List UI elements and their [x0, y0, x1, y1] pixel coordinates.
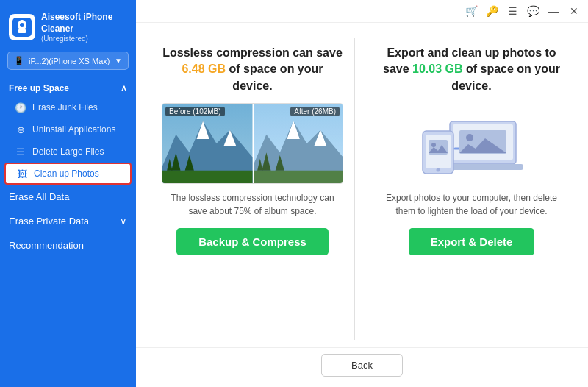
before-after-image: Before (102MB) After (26MB): [162, 103, 343, 184]
export-description: Export photos to your computer, then del…: [381, 191, 562, 218]
svg-rect-2: [18, 29, 26, 33]
before-label: Before (102MB): [165, 107, 225, 116]
cart-icon[interactable]: 🛒: [465, 4, 478, 18]
sidebar-item-recommendation[interactable]: Recommendation: [0, 233, 136, 258]
title-bar: 🛒 🔑 ☰ 💬 — ✕: [136, 0, 588, 23]
divider: [253, 104, 254, 183]
sidebar-item-erase-private[interactable]: Erase Private Data ∨: [0, 209, 136, 233]
back-button[interactable]: Back: [321, 354, 403, 377]
main-content: 🛒 🔑 ☰ 💬 — ✕ Lossless compression can sav…: [136, 0, 588, 387]
delete-large-label: Delete Large Files: [32, 146, 104, 157]
device-selector[interactable]: 📱 iP...2)(iPhone XS Max) ▼: [7, 52, 129, 70]
app-name: Aiseesoft iPhoneCleaner: [41, 12, 112, 35]
sidebar-item-erase-junk[interactable]: 🕐 Erase Junk Files: [0, 96, 136, 118]
minimize-icon[interactable]: —: [547, 4, 560, 18]
compress-title: Lossless compression can save 6.48 GB of…: [162, 45, 343, 94]
compress-description: The lossless compression technology can …: [162, 191, 343, 218]
svg-rect-4: [21, 20, 23, 22]
two-columns: Lossless compression can save 6.48 GB of…: [136, 30, 588, 347]
svg-point-32: [466, 134, 473, 141]
sidebar-item-uninstall-apps[interactable]: ⊕ Uninstall Applications: [0, 118, 136, 141]
close-icon[interactable]: ✕: [567, 4, 581, 18]
sidebar-item-delete-large[interactable]: ☰ Delete Large Files: [0, 141, 136, 163]
compress-column: Lossless compression can save 6.48 GB of…: [151, 38, 355, 340]
export-column: Export and clean up photos to save 10.03…: [370, 38, 573, 340]
compress-highlight: 6.48 GB: [182, 63, 226, 75]
sidebar-item-clean-photos[interactable]: 🖼 Clean up Photos: [4, 163, 132, 185]
back-button-row: Back: [136, 347, 588, 387]
erase-junk-label: Erase Junk Files: [32, 102, 98, 113]
chevron-up-icon: ∧: [121, 83, 127, 93]
key-icon[interactable]: 🔑: [485, 4, 498, 18]
svg-rect-9: [162, 171, 253, 183]
menu-icon[interactable]: ☰: [506, 4, 519, 18]
free-up-space-section: Free up Space ∧: [0, 77, 136, 96]
app-registered: (Unregistered): [41, 35, 112, 43]
device-label: iP...2)(iPhone XS Max): [29, 57, 110, 65]
svg-point-29: [431, 143, 436, 147]
export-delete-button[interactable]: Export & Delete: [409, 228, 535, 255]
uninstall-apps-label: Uninstall Applications: [32, 124, 115, 135]
chat-icon[interactable]: 💬: [526, 4, 539, 18]
export-highlight: 10.03 GB: [412, 63, 462, 75]
backup-compress-button[interactable]: Backup & Compress: [176, 228, 329, 255]
svg-rect-17: [253, 171, 343, 183]
chevron-down-icon: ∨: [120, 216, 127, 227]
file-icon: ☰: [15, 146, 26, 157]
app-logo: [9, 14, 35, 40]
export-title: Export and clean up photos to save 10.03…: [381, 45, 562, 94]
chevron-down-icon: ▼: [115, 57, 122, 65]
svg-point-3: [20, 23, 24, 27]
apps-icon: ⊕: [15, 124, 26, 135]
sidebar-item-erase-all[interactable]: Erase All Data: [0, 185, 136, 209]
content-area: Lossless compression can save 6.48 GB of…: [136, 23, 588, 387]
svg-rect-23: [442, 164, 523, 170]
phone-icon: 📱: [14, 56, 24, 65]
sidebar-header: Aiseesoft iPhoneCleaner (Unregistered): [0, 0, 136, 52]
after-label: After (26MB): [290, 107, 340, 116]
photo-icon: 🖼: [16, 168, 28, 180]
clean-photos-label: Clean up Photos: [34, 168, 99, 179]
export-illustration: [409, 103, 534, 184]
sidebar: Aiseesoft iPhoneCleaner (Unregistered) 📱…: [0, 0, 136, 387]
svg-point-26: [436, 168, 440, 172]
clock-icon: 🕐: [15, 102, 26, 113]
